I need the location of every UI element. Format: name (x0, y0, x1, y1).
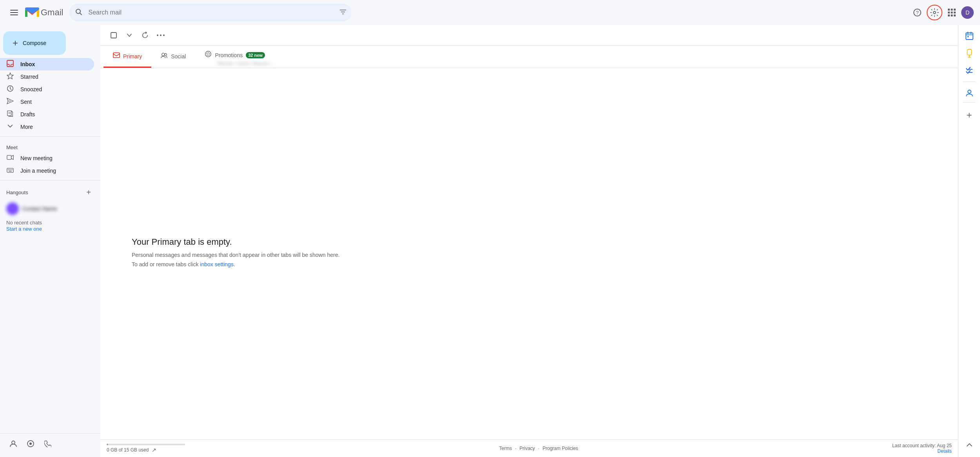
sidebar-divider-meet (0, 136, 100, 137)
hangouts-title: Hangouts + (6, 187, 94, 198)
contacts-panel-button[interactable] (962, 85, 977, 101)
hangouts-avatar (6, 202, 19, 215)
hangouts-contact[interactable]: Contact Name (6, 201, 94, 217)
tab-promotions[interactable]: Promotions 32 new Walmart, Cramer, Walma… (195, 46, 274, 68)
svg-rect-13 (954, 9, 956, 11)
cta-text: To add or remove tabs click (132, 261, 200, 267)
svg-rect-2 (10, 14, 18, 15)
storage-bar (107, 444, 108, 445)
svg-point-46 (165, 54, 167, 56)
sidebar-item-new-meeting[interactable]: New meeting (0, 152, 94, 164)
right-panel-divider-2 (963, 102, 976, 103)
sidebar-join-meeting-label: Join a meeting (20, 168, 88, 174)
sidebar-item-starred[interactable]: Starred (0, 70, 94, 83)
tab-promotions-label: Promotions (215, 52, 243, 58)
svg-point-45 (162, 53, 165, 56)
settings-button[interactable] (927, 5, 942, 20)
select-all-button[interactable] (107, 28, 121, 42)
svg-rect-48 (966, 33, 973, 40)
sidebar-item-sent[interactable]: Sent (0, 96, 94, 108)
storage-bar-wrap (107, 444, 185, 445)
svg-rect-16 (954, 12, 956, 14)
search-icon (75, 8, 83, 17)
tab-primary-label: Primary (123, 53, 142, 60)
video-icon (6, 154, 14, 163)
help-button[interactable]: ? (909, 5, 925, 20)
primary-tab-icon (113, 52, 120, 61)
storage-section: 0 GB of 15 GB used ↗ (107, 444, 185, 453)
sidebar-sent-label: Sent (20, 99, 88, 105)
sidebar-item-snoozed[interactable]: Snoozed (0, 83, 94, 96)
clock-icon (6, 85, 14, 94)
draft-icon (6, 110, 14, 119)
person-icon-button[interactable] (6, 437, 20, 451)
hangouts-add-button[interactable]: + (83, 187, 94, 198)
gmail-logo-text: Gmail (41, 7, 63, 18)
right-panel-add-button[interactable]: + (962, 107, 977, 123)
svg-point-58 (968, 90, 971, 93)
hamburger-button[interactable] (6, 5, 22, 20)
svg-marker-21 (7, 72, 13, 79)
right-panel-divider (963, 81, 976, 82)
promotions-badge: 32 new (246, 52, 265, 58)
footer-links: Terms · Privacy · Program Policies (499, 446, 578, 451)
avatar[interactable]: D (961, 6, 974, 19)
last-activity-label: Last account activity: Aug 25 (892, 443, 952, 448)
search-input[interactable] (69, 4, 352, 22)
content-area: Primary Social (100, 25, 958, 457)
calendar-panel-button[interactable] (962, 28, 977, 44)
sidebar-item-more[interactable]: More (0, 121, 94, 133)
sidebar-item-inbox[interactable]: Inbox (0, 58, 94, 70)
select-dropdown-button[interactable] (122, 28, 136, 42)
sidebar-inbox-label: Inbox (20, 61, 88, 67)
phone-icon-button[interactable] (41, 437, 55, 451)
sidebar-item-join-meeting[interactable]: Join a meeting (0, 164, 94, 177)
search-options-button[interactable] (339, 8, 347, 17)
meet-section-label: Meet (0, 140, 100, 152)
search-bar (69, 4, 352, 22)
star-icon (6, 72, 14, 81)
bubble-icon-button[interactable] (24, 437, 38, 451)
tab-social[interactable]: Social (151, 46, 195, 68)
sidebar-snoozed-label: Snoozed (20, 86, 88, 92)
sidebar-item-drafts[interactable]: Drafts (0, 108, 94, 121)
sidebar-divider-hangouts (0, 180, 100, 181)
compose-button[interactable]: + Compose (3, 31, 66, 55)
start-new-chat-link[interactable]: Start a new one (6, 226, 42, 232)
no-chats-label: No recent chats (6, 220, 94, 226)
svg-rect-34 (11, 169, 11, 170)
svg-point-39 (29, 443, 32, 445)
program-policies-link[interactable]: Program Policies (543, 446, 578, 451)
sidebar-more-label: More (20, 124, 88, 130)
svg-point-41 (157, 34, 158, 36)
sidebar-new-meeting-label: New meeting (20, 155, 88, 161)
apps-button[interactable] (944, 5, 960, 20)
refresh-button[interactable] (138, 28, 152, 42)
inbox-settings-link[interactable]: inbox settings (200, 261, 234, 267)
svg-rect-31 (7, 168, 13, 172)
svg-point-42 (160, 34, 162, 36)
terms-link[interactable]: Terms (499, 446, 512, 451)
svg-rect-15 (951, 12, 953, 14)
svg-rect-36 (9, 170, 12, 171)
gmail-logo[interactable]: Gmail (25, 7, 63, 18)
promotions-subtitle: Walmart, Cramer, Walmart I... (217, 61, 274, 66)
empty-state-description: Personal messages and messages that don'… (132, 252, 339, 258)
right-panel-expand-button[interactable] (962, 438, 977, 454)
cta-suffix: . (234, 261, 235, 267)
tasks-panel-button[interactable] (962, 63, 977, 78)
svg-point-10 (933, 11, 936, 14)
svg-point-37 (12, 441, 15, 444)
empty-state-title: Your Primary tab is empty. (132, 237, 232, 247)
svg-rect-14 (948, 12, 950, 14)
promotions-tab-icon (205, 51, 212, 60)
tab-primary[interactable]: Primary (103, 46, 151, 68)
privacy-link[interactable]: Privacy (519, 446, 535, 451)
keep-panel-button[interactable] (962, 45, 977, 61)
top-bar: Gmail ? (0, 0, 980, 25)
svg-text:?: ? (916, 10, 918, 16)
svg-rect-11 (948, 9, 950, 11)
empty-state-cta: To add or remove tabs click inbox settin… (132, 261, 235, 267)
more-options-button[interactable] (154, 28, 168, 42)
details-link[interactable]: Details (937, 448, 952, 454)
